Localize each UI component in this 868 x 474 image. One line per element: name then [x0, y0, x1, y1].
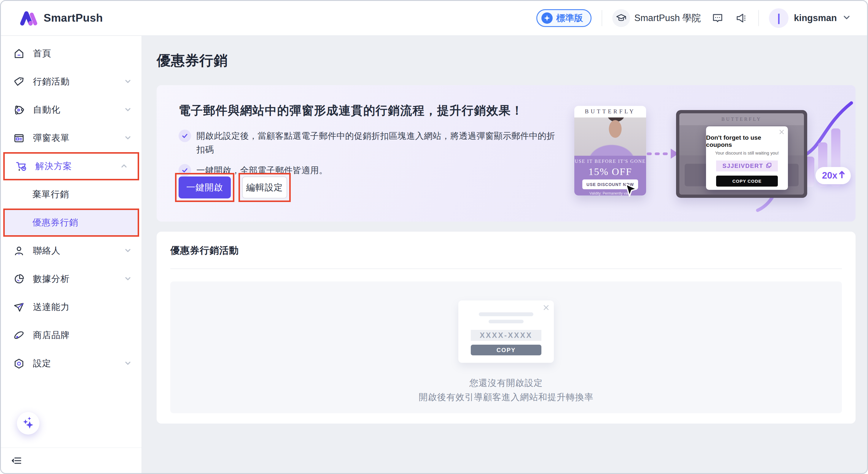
coupon-banner: 電子郵件與網站中的彈窗形成連貫的行銷流程，提升行銷效果！ 開啟此設定後，當顧客點… — [157, 85, 856, 222]
sidebar-item-label: 棄單行銷 — [32, 188, 133, 200]
sidebar-item-label: 彈窗表單 — [33, 132, 116, 144]
academy-label: SmartPush 學院 — [634, 12, 701, 24]
sidebar-item-store-branding[interactable]: 商店品牌 — [1, 321, 142, 349]
sidebar-item-label: 優惠券行銷 — [32, 217, 129, 229]
divider — [758, 10, 759, 26]
one-click-enable-button[interactable]: 一鍵開啟 — [179, 177, 231, 198]
chevron-down-icon — [124, 134, 133, 143]
chevron-down-icon — [124, 247, 133, 255]
popup-form-icon — [13, 132, 25, 145]
growth-badge-text: 20x — [822, 170, 837, 181]
chevron-down-icon — [124, 105, 133, 115]
popup-copy-code-button: COPY CODE — [716, 176, 778, 187]
sparkles-icon — [21, 416, 35, 431]
sidebar-item-label: 商店品牌 — [33, 329, 133, 341]
empty-state-text: 您還沒有開啟設定 開啟後有效引導顧客進入網站和提升轉換率 — [419, 376, 594, 404]
sidebar: 首頁 行銷活動 — [1, 36, 142, 473]
email-mockup: BUTTERFLY USE IT BEFORE IT'S GONE 15% OF… — [574, 106, 646, 195]
sidebar-item-label: 數據分析 — [33, 273, 116, 285]
top-header: SmartPush 標準版 SmartPush 學院 — [1, 1, 867, 36]
section-title: 優惠券行銷活動 — [170, 244, 239, 257]
website-brand: BUTTERFLY — [679, 113, 804, 125]
sidebar-item-analytics[interactable]: 數據分析 — [1, 265, 142, 293]
popup-subtitle: Your discount is still waiting you! — [715, 150, 779, 155]
app-window: SmartPush 標準版 SmartPush 學院 — [0, 0, 868, 474]
header-actions: 標準版 SmartPush 學院 — [536, 8, 851, 28]
smartpush-logo-icon — [19, 8, 38, 28]
pie-chart-icon — [13, 273, 25, 285]
sparkle-circle-icon — [541, 12, 553, 24]
coupon-activity-card: 優惠券行銷活動 XXXX-XXXX COPY 您還沒有開啟設定 開啟後有效引導顧… — [157, 232, 856, 423]
edit-settings-button[interactable]: 編輯設定 — [242, 177, 287, 198]
popup-coupon-code: SJJEIVDERT — [716, 160, 778, 171]
sidebar-item-solutions[interactable]: 解決方案 — [3, 152, 139, 180]
close-icon — [779, 129, 784, 136]
chevron-down-icon — [124, 275, 133, 284]
sidebar-item-label: 設定 — [33, 357, 116, 370]
brand: SmartPush — [19, 8, 103, 28]
chevron-down-icon — [842, 13, 851, 23]
avatar-glyph: | — [777, 12, 780, 24]
coupon-code-placeholder: XXXX-XXXX — [471, 330, 541, 341]
coupon-code-text: SJJEIVDERT — [722, 163, 763, 169]
sidebar-footer — [1, 448, 142, 473]
sidebar-item-label: 解決方案 — [35, 160, 112, 172]
popup-title: Don't forget to use coupons — [706, 134, 788, 148]
announcement-speaker-icon[interactable] — [735, 11, 748, 25]
sidebar-item-abandoned-cart[interactable]: 棄單行銷 — [1, 180, 142, 209]
sidebar-item-label: 送達能力 — [33, 301, 133, 313]
email-model-photo — [574, 118, 646, 156]
person-icon — [13, 245, 25, 257]
close-icon — [543, 304, 549, 312]
email-offer: 15% OFF — [588, 166, 632, 178]
username: kingsman — [794, 13, 837, 24]
coupon-popup-mockup: Don't forget to use coupons Your discoun… — [706, 126, 788, 190]
graduation-cap-icon — [612, 9, 630, 27]
sidebar-item-label: 聯絡人 — [33, 245, 116, 257]
user-menu[interactable]: | kingsman — [769, 8, 851, 28]
copy-button-illustration: COPY — [471, 345, 541, 355]
empty-state-line1: 您還沒有開啟設定 — [419, 376, 594, 390]
academy-link[interactable]: SmartPush 學院 — [612, 9, 701, 27]
annotation-box: 編輯設定 — [239, 173, 291, 202]
sidebar-item-label: 行銷活動 — [33, 76, 116, 88]
empty-state-illustration: XXXX-XXXX COPY — [458, 301, 554, 363]
sidebar-item-coupon-marketing[interactable]: 優惠券行銷 — [3, 209, 139, 237]
skeleton-line — [479, 312, 533, 316]
banner-bullet: 開啟此設定後，當顧客點選電子郵件中的促銷折扣區塊進入網站，將透過彈窗顯示郵件中的… — [179, 129, 555, 156]
sidebar-item-automation[interactable]: 自動化 — [1, 96, 142, 124]
feedback-chat-icon[interactable] — [711, 11, 724, 25]
sidebar-item-campaigns[interactable]: 行銷活動 — [1, 68, 142, 96]
website-mockup: BUTTERFLY Don't forget to use coupons Yo… — [676, 110, 807, 198]
sidebar-item-popup-forms[interactable]: 彈窗表單 — [1, 124, 142, 152]
empty-state-line2: 開啟後有效引導顧客進入網站和提升轉換率 — [419, 390, 594, 404]
settings-icon — [13, 357, 25, 370]
sidebar-item-label: 自動化 — [33, 104, 116, 116]
sidebar-item-contacts[interactable]: 聯絡人 — [1, 237, 142, 265]
home-icon — [13, 48, 25, 60]
cart-icon — [15, 160, 28, 172]
sidebar-item-home[interactable]: 首頁 — [1, 39, 142, 68]
main-content: 優惠券行銷 電子郵件與網站中的彈窗形成連貫的行銷流程，提升行銷效果！ 開啟此設定… — [142, 36, 867, 473]
plan-badge[interactable]: 標準版 — [536, 9, 591, 27]
sidebar-item-settings[interactable]: 設定 — [1, 349, 142, 378]
page-title: 優惠券行銷 — [157, 51, 228, 70]
divider — [170, 268, 842, 269]
chevron-down-icon — [124, 359, 133, 368]
cursor-arrow-icon — [624, 183, 639, 199]
avatar: | — [769, 8, 788, 28]
plan-badge-label: 標準版 — [556, 12, 583, 24]
flow-arrow-icon — [647, 149, 678, 159]
collapse-sidebar-icon[interactable] — [10, 454, 24, 468]
automation-icon — [13, 104, 25, 116]
ai-assistant-button[interactable] — [17, 412, 39, 435]
divider — [601, 10, 602, 26]
banner-bullets: 開啟此設定後，當顧客點選電子郵件中的促銷折扣區塊進入網站，將透過彈窗顯示郵件中的… — [179, 129, 555, 177]
empty-state-panel: XXXX-XXXX COPY 您還沒有開啟設定 開啟後有效引導顧客進入網站和提升… — [170, 282, 842, 413]
check-icon — [179, 130, 191, 142]
website-screen: BUTTERFLY Don't forget to use coupons Yo… — [679, 113, 804, 195]
sidebar-item-deliverability[interactable]: 送達能力 — [1, 293, 142, 321]
up-arrow-icon — [838, 170, 845, 181]
bullet-text: 開啟此設定後，當顧客點選電子郵件中的促銷折扣區塊進入網站，將透過彈窗顯示郵件中的… — [196, 129, 555, 156]
email-brand: BUTTERFLY — [574, 106, 646, 118]
